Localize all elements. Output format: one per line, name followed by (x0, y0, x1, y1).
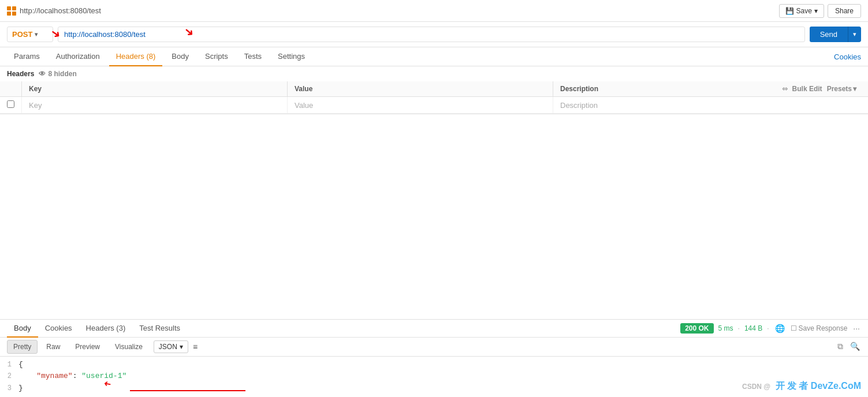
response-sub-tabs: Pretty Raw Preview Visualize JSON ▾ ≡ ⧉ … (0, 338, 868, 357)
top-bar: http://localhost:8080/test 💾 Save ▾ Shar… (0, 0, 868, 22)
code-text-2: "myname": "userid-1" (18, 370, 868, 383)
tab-authorization[interactable]: Authorization (49, 47, 107, 66)
hidden-count: 8 hidden (48, 70, 76, 78)
response-area: Body Cookies Headers (3) Test Results 20… (0, 319, 868, 397)
save-icon: 💾 (785, 7, 794, 15)
method-select[interactable]: POST ▾ (7, 27, 53, 42)
csdn-text: CSDN @ (742, 383, 770, 391)
code-line-1: 1 { (0, 359, 868, 371)
row-checkbox[interactable] (7, 100, 14, 108)
headers-table: Key Value Description ⇔ Bulk Edit Preset… (0, 81, 868, 114)
copy-icon[interactable]: ⧉ (836, 340, 844, 353)
send-dropdown-button[interactable]: ▾ (848, 27, 861, 42)
save-response-btn[interactable]: ☐ Save Response (791, 324, 848, 332)
format-label: JSON (159, 343, 177, 351)
json-colon: : (73, 372, 82, 380)
resp-tab-body[interactable]: Body (7, 320, 38, 338)
resp-right-icons: ⧉ 🔍 (836, 340, 861, 353)
request-content: Headers 👁 8 hidden Key Value Description… (0, 66, 868, 283)
row-key-cell[interactable]: Key (22, 97, 288, 114)
format-chevron: ▾ (180, 343, 183, 351)
more-options-icon[interactable]: ··· (852, 323, 861, 334)
value-placeholder: Value (295, 101, 313, 110)
hidden-badge: 👁 8 hidden (39, 70, 76, 78)
headers-label-bar: Headers 👁 8 hidden (0, 66, 868, 81)
resp-tab-headers[interactable]: Headers (3) (79, 320, 133, 338)
desc-placeholder: Description (560, 101, 598, 110)
resp-tab-cookies[interactable]: Cookies (38, 320, 79, 338)
resp-separator-1: · (738, 324, 740, 332)
save-chevron: ▾ (814, 7, 818, 15)
tab-tests[interactable]: Tests (237, 47, 269, 66)
json-value: "userid-1" (81, 372, 126, 380)
line-num-2: 2 (0, 370, 18, 382)
method-label: POST (12, 30, 32, 39)
eye-icon: 👁 (39, 70, 46, 78)
code-area: 1 { 2 "myname": "userid-1" 3 } ➜ (0, 357, 868, 397)
svg-rect-2 (7, 12, 11, 16)
resp-separator-2: · (767, 324, 769, 332)
presets-dropdown[interactable]: Presets ▾ (827, 85, 856, 93)
resp-sub-tab-raw[interactable]: Raw (40, 340, 66, 354)
col-value: Value (288, 81, 553, 97)
line-num-1: 1 (0, 359, 18, 370)
top-bar-right: 💾 Save ▾ Share (779, 4, 861, 18)
code-line-3: 3 } (0, 383, 868, 395)
tab-headers[interactable]: Headers (8) (109, 47, 163, 66)
top-bar-left: http://localhost:8080/test (7, 6, 101, 16)
bulk-edit-area: ⇔ Bulk Edit Presets ▾ (777, 85, 861, 93)
code-line-2: 2 "myname": "userid-1" (0, 370, 868, 383)
send-button[interactable]: Send (810, 27, 848, 42)
code-text-3: } (18, 383, 868, 395)
save-response-icon: ☐ (791, 324, 797, 332)
headers-title: Headers (7, 70, 34, 78)
status-badge: 200 OK (680, 323, 713, 334)
filter-icon[interactable]: ≡ (193, 342, 198, 351)
brand-text: 开 发 者 DevZe.CoM (776, 381, 861, 391)
app-icon (7, 6, 16, 16)
method-chevron: ▾ (35, 31, 38, 38)
svg-rect-1 (12, 6, 16, 10)
row-value-cell[interactable]: Value (288, 97, 553, 114)
table-row: Key Value Description (0, 97, 868, 114)
col-description: Description ⇔ Bulk Edit Presets ▾ (553, 81, 869, 97)
response-tabs-bar: Body Cookies Headers (3) Test Results 20… (0, 320, 868, 338)
format-select[interactable]: JSON ▾ (154, 340, 188, 353)
globe-icon[interactable]: 🌐 (774, 323, 786, 334)
url-bar: POST ▾ ➜ http://localhost:8080/test ➜ Se… (0, 22, 868, 47)
col-checkbox (0, 81, 22, 97)
bulk-edit-arrows-icon: ⇔ (782, 85, 788, 93)
bulk-edit-link[interactable]: Bulk Edit (792, 85, 822, 93)
tab-scripts[interactable]: Scripts (198, 47, 235, 66)
svg-rect-3 (12, 12, 16, 16)
resp-tab-test-results[interactable]: Test Results (132, 320, 187, 338)
send-group: Send ▾ (810, 27, 861, 42)
code-text-1: { (18, 359, 868, 371)
key-placeholder: Key (29, 101, 42, 110)
tab-settings[interactable]: Settings (271, 47, 312, 66)
tab-body[interactable]: Body (165, 47, 196, 66)
cookies-link[interactable]: Cookies (834, 53, 861, 61)
resp-sub-tab-pretty[interactable]: Pretty (7, 340, 38, 354)
search-response-icon[interactable]: 🔍 (849, 340, 861, 353)
row-checkbox-cell (0, 97, 22, 114)
save-button[interactable]: 💾 Save ▾ (779, 4, 824, 18)
json-key: "myname" (36, 372, 72, 380)
tab-params[interactable]: Params (7, 47, 47, 66)
resp-size: 144 B (744, 324, 762, 332)
line-num-3: 3 (0, 383, 18, 394)
col-key: Key (22, 81, 288, 97)
watermark: CSDN @ 开 发 者 DevZe.CoM (742, 380, 861, 392)
row-desc-cell[interactable]: Description (553, 97, 869, 114)
top-bar-url: http://localhost:8080/test (20, 6, 101, 15)
resp-time: 5 ms (718, 324, 733, 332)
resp-sub-tab-visualize[interactable]: Visualize (109, 340, 149, 354)
response-status-area: 200 OK 5 ms · 144 B · 🌐 ☐ Save Response … (680, 323, 861, 334)
url-input[interactable]: http://localhost:8080/test (58, 27, 805, 42)
request-tabs: Params Authorization Headers (8) Body Sc… (0, 47, 868, 66)
headers-section: Headers 👁 8 hidden Key Value Description… (0, 66, 868, 114)
resp-sub-tab-preview[interactable]: Preview (69, 340, 106, 354)
share-button[interactable]: Share (828, 4, 861, 18)
cookies-link-area: Cookies (834, 53, 861, 61)
svg-rect-0 (7, 6, 11, 10)
